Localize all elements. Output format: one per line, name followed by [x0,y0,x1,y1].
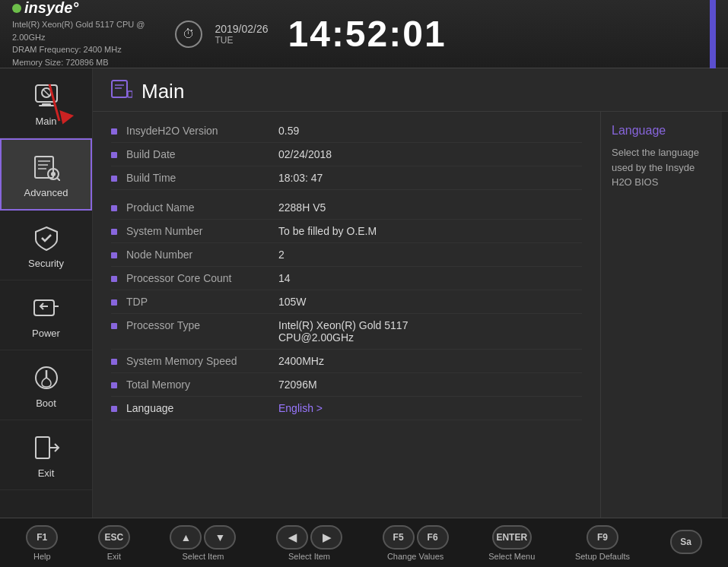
info-value: 18:03: 47 [278,172,582,184]
enter-key[interactable]: ENTER [492,525,532,550]
logo-text: insyde° [24,0,78,17]
bullet [111,382,117,388]
footer-btn-esc[interactable]: ESC Exit [98,525,130,561]
up-key[interactable]: ▲ [170,525,202,550]
f9-key[interactable]: F9 [587,525,618,550]
sidebar: Main Advanced [0,68,93,518]
table-row: Build Time 18:03: 47 [111,166,582,190]
footer-btn-f1[interactable]: F1 Help [26,525,58,561]
svg-rect-19 [112,81,127,97]
header: insyde° Intel(R) Xeon(R) Gold 5117 CPU @… [0,0,728,68]
footer-btn-updown[interactable]: ▲ ▼ Select Item [170,525,236,561]
save-key[interactable]: Sa [670,530,702,554]
clock-area: ⏱ 2019/02/26 TUE 14:52:01 [175,13,446,55]
sidebar-boot-label: Boot [36,398,56,409]
info-value: 2400MHz [278,355,582,367]
leftright-keys: ◀ ▶ [276,525,342,550]
info-value: 02/24/2018 [278,148,582,160]
bullet [111,205,117,211]
info-key: Product Name [126,201,278,214]
footer-btn-save[interactable]: Sa [670,530,702,556]
bullet [111,252,117,258]
f6-key[interactable]: F6 [417,525,449,550]
table-row: System Memory Speed 2400MHz [111,350,582,373]
bullet [111,359,117,365]
updown-keys: ▲ ▼ [170,525,236,550]
updown-label: Select Item [182,552,224,561]
clock-icon: ⏱ [175,21,202,48]
help-text: Select the language used by the Insyde H… [612,145,711,190]
footer-btn-leftright[interactable]: ◀ ▶ Select Item [276,525,342,561]
f5-key[interactable]: F5 [383,525,415,550]
exit-icon [30,431,63,464]
info-value: 0.59 [278,125,582,137]
content-header: Main [93,68,728,112]
power-icon [30,291,63,325]
info-key: Build Date [126,148,278,160]
logo-dot [12,4,21,13]
sidebar-item-security[interactable]: Security [0,211,92,280]
info-key: System Number [126,225,278,237]
info-list: InsydeH2O Version 0.59 Build Date 02/24/… [93,112,600,518]
bullet [111,152,117,158]
sysinfo-line1: Intel(R) Xeon(R) Gold 5117 CPU @ [12,18,145,31]
info-value: 72096M [278,379,582,391]
boot-icon [30,361,63,394]
bullet [111,128,117,135]
info-key: Total Memory [126,379,278,391]
sidebar-exit-label: Exit [38,467,55,479]
sidebar-item-boot[interactable]: Boot [0,350,92,420]
sysinfo-line3: DRAM Frequency: 2400 MHz [12,43,145,56]
svg-rect-5 [35,157,53,178]
esc-label: Exit [107,552,121,561]
page-title: Main [141,80,184,103]
footer-btn-enter[interactable]: ENTER Select Menu [488,525,535,561]
bullet [111,176,117,182]
sysinfo-line2: 2.00GHz [12,31,145,44]
logo-area: insyde° Intel(R) Xeon(R) Gold 5117 CPU @… [12,0,145,68]
table-row[interactable]: Language English [111,397,582,420]
info-value-language[interactable]: English [278,402,582,414]
sidebar-security-label: Security [28,258,64,269]
enter-label: Select Menu [488,552,535,561]
footer-btn-f5f6[interactable]: F5 F6 Change Values [383,525,449,561]
help-panel: Language Select the language used by the… [600,112,722,518]
info-value: 14 [278,272,582,284]
info-key: TDP [126,296,278,308]
footer: F1 Help ESC Exit ▲ ▼ Select Item ◀ ▶ Sel… [0,518,728,567]
svg-rect-20 [128,91,132,97]
info-key: Build Time [126,172,278,184]
sidebar-advanced-label: Advanced [24,187,68,198]
info-value: Intel(R) Xeon(R) Gold 5117CPU@2.00GHz [278,319,582,344]
table-row: System Number To be filled by O.E.M [111,220,582,243]
f1-label: Help [33,552,51,561]
table-row: TDP 105W [111,290,582,314]
sidebar-item-exit[interactable]: Exit [0,420,92,490]
right-key[interactable]: ▶ [310,525,342,550]
info-key: Processor Core Count [126,272,278,284]
security-icon [30,221,63,255]
left-key[interactable]: ◀ [276,525,308,550]
content-area: Main InsydeH2O Version 0.59 Build Date 0… [93,68,728,518]
svg-point-11 [51,172,56,176]
sysinfo-line4: Memory Size: 720896 MB [12,56,145,69]
f9-label: Setup Defaults [575,552,630,561]
footer-btn-f9[interactable]: F9 Setup Defaults [575,525,630,561]
clock-datetime: 2019/02/26 TUE [215,23,268,46]
down-key[interactable]: ▼ [204,525,236,550]
sidebar-item-power[interactable]: Power [0,280,92,350]
f1-key[interactable]: F1 [26,525,58,550]
table-row: Processor Type Intel(R) Xeon(R) Gold 511… [111,314,582,350]
svg-line-10 [57,178,60,181]
info-value: To be filled by O.E.M [278,225,582,237]
table-row: Build Date 02/24/2018 [111,143,582,166]
help-title: Language [612,124,711,138]
scroll-track[interactable] [722,112,728,518]
f5f6-label: Change Values [387,552,443,561]
logo: insyde° [12,0,145,17]
table-row: Node Number 2 [111,243,582,267]
f5f6-keys: F5 F6 [383,525,449,550]
esc-key[interactable]: ESC [98,525,130,550]
sidebar-item-main[interactable]: Main [0,68,92,138]
sidebar-item-advanced[interactable]: Advanced [0,138,92,211]
